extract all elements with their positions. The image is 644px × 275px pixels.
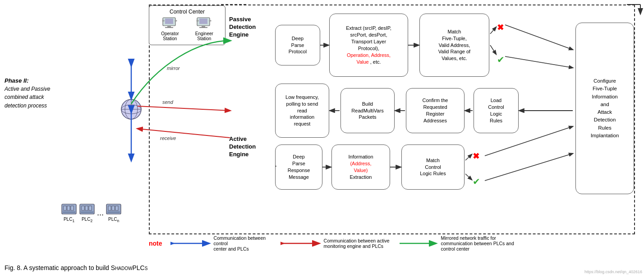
figure-caption: Fig. 8. A systematic approach to build S…: [5, 264, 147, 271]
svg-rect-3: [165, 27, 173, 28]
control-center-title: Control Center: [153, 9, 221, 15]
router-icon: [119, 97, 144, 123]
extract-box: Extract (srcIP, desIP,srcPort, desPort,T…: [329, 14, 408, 77]
svg-rect-2: [167, 26, 171, 27]
note-label: note: [149, 240, 162, 247]
low-freq-box: Low frequency, polling to send read info…: [275, 84, 329, 138]
check-mark-bottom: ✔: [473, 176, 480, 187]
plc-dots: ...: [97, 208, 104, 223]
svg-rect-25: [89, 206, 92, 210]
control-center-box: Control Center OperatorStation: [149, 5, 225, 45]
svg-rect-5: [175, 20, 177, 21]
svg-rect-28: [108, 206, 111, 210]
operator-station-label: OperatorStation: [161, 31, 179, 41]
svg-rect-24: [85, 206, 88, 210]
match-control-box: Match Control Logic Rules: [401, 144, 465, 190]
deep-parse-protocol-box: Deep Parse Protocol: [275, 25, 320, 65]
engineer-station: EngineerStation: [195, 17, 213, 41]
computer-icon-engineer: [196, 17, 213, 31]
plcn: PLCn: [106, 203, 122, 223]
phase-label: Phase II: Active and Passive combined at…: [5, 77, 59, 110]
confirm-register-box: Confirm the Requested Register Addresses: [406, 88, 465, 133]
deep-parse-response-box: Deep Parse Response Message: [275, 144, 322, 190]
active-engine-label: Active Detection Engine: [229, 135, 274, 158]
match-five-tuple-box: Match Five-Tuple, Valid Address, Valid R…: [419, 14, 489, 77]
load-control-box: Load Control Logic Rules: [474, 88, 519, 133]
x-mark-bottom: ✖: [473, 151, 479, 161]
svg-rect-7: [199, 19, 207, 24]
svg-rect-9: [199, 27, 207, 28]
legend-blue: Communication between controlcenter and …: [170, 235, 272, 252]
svg-rect-8: [202, 26, 205, 27]
svg-rect-26: [81, 211, 93, 213]
plc1: PLC1: [61, 203, 77, 223]
svg-rect-29: [112, 206, 115, 210]
svg-rect-30: [115, 206, 118, 210]
build-read-box: Build ReadMultiVars Packets: [340, 88, 395, 133]
configure-box: Configure Five-Tuple Information and Att…: [575, 23, 634, 194]
svg-rect-20: [71, 206, 74, 210]
svg-rect-4: [162, 20, 164, 21]
plc-group: PLC1 PLC2 ... PLCn: [61, 203, 122, 223]
svg-rect-19: [67, 206, 70, 210]
stations-row: OperatorStation EngineerStation: [153, 17, 221, 41]
engineer-station-label: EngineerStation: [195, 31, 213, 41]
computer-icon-operator: [161, 17, 179, 31]
info-extraction-box: Information(Address,Value)Extraction: [331, 144, 390, 190]
x-mark-top: ✖: [497, 23, 504, 33]
operator-station: OperatorStation: [161, 17, 179, 41]
watermark: https://blog.csdn.net/qn_402616: [584, 270, 642, 274]
svg-rect-1: [165, 19, 173, 24]
check-mark-top: ✔: [497, 54, 505, 65]
note-section: note Communication between controlcenter…: [149, 235, 514, 252]
main-container: Phase II: Active and Passive combined at…: [0, 0, 644, 275]
svg-rect-21: [63, 211, 75, 213]
svg-rect-18: [64, 206, 66, 210]
legend-red: Communication between activemonitoring e…: [281, 238, 390, 249]
svg-rect-11: [209, 20, 211, 21]
svg-rect-31: [107, 211, 120, 213]
legend-green: Mirrored network traffic forcommunicatio…: [397, 235, 514, 252]
plc2: PLC2: [79, 203, 95, 223]
svg-rect-10: [197, 20, 198, 21]
svg-rect-23: [82, 206, 84, 210]
passive-engine-label: Passive Detection Engine: [229, 16, 274, 39]
